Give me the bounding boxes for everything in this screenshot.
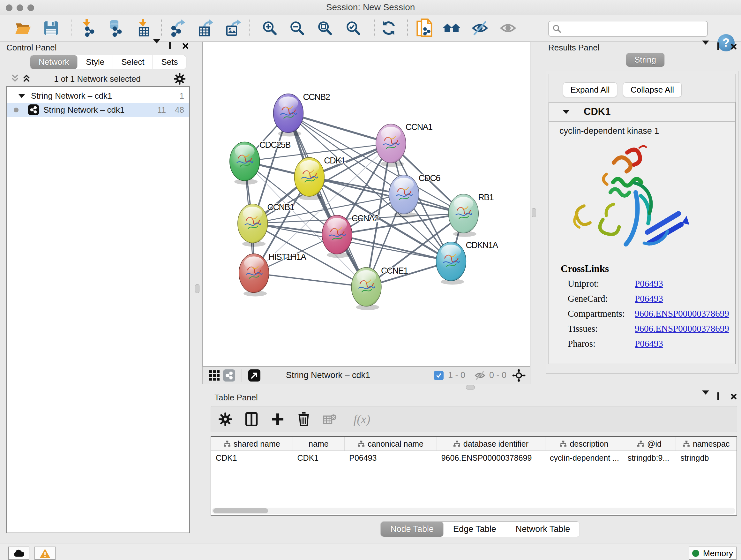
show-columns-button[interactable] bbox=[243, 411, 260, 428]
delete-column-button[interactable] bbox=[295, 411, 313, 428]
import-table-button[interactable] bbox=[134, 17, 153, 39]
tab-sets[interactable]: Sets bbox=[153, 55, 186, 69]
import-network-database-button[interactable] bbox=[106, 17, 125, 39]
network-graph[interactable]: CCNB2CCNA1CDC25BCDK1CDC6RB1CCNB1CCNA2CDK… bbox=[203, 42, 530, 366]
network-edge-CCNB2-CCNA1[interactable] bbox=[288, 113, 391, 144]
control-panel-close-button[interactable] bbox=[180, 42, 191, 51]
open-session-button[interactable] bbox=[13, 17, 32, 39]
grid-icon bbox=[209, 370, 220, 381]
network-node-CCNB1[interactable] bbox=[238, 204, 268, 247]
column-header-id[interactable]: @id bbox=[623, 437, 676, 450]
zoom-selected-button[interactable] bbox=[344, 17, 363, 39]
import-network-file-button[interactable] bbox=[79, 17, 98, 39]
gene-entry-header[interactable]: CDK1 bbox=[549, 103, 735, 122]
right-splitter-handle[interactable] bbox=[532, 208, 536, 217]
tab-network-table[interactable]: Network Table bbox=[506, 522, 580, 537]
table-panel-close-button[interactable] bbox=[728, 392, 739, 401]
memory-button[interactable]: Memory bbox=[689, 547, 737, 560]
tab-network[interactable]: Network bbox=[30, 55, 77, 69]
network-collection-row[interactable]: String Network – cdk1 1 bbox=[7, 89, 189, 103]
network-options-gear-button[interactable] bbox=[174, 73, 186, 86]
export-network-button[interactable] bbox=[169, 17, 188, 39]
fit-content-button[interactable] bbox=[315, 17, 334, 39]
add-column-button[interactable] bbox=[269, 411, 286, 428]
export-table-icon bbox=[197, 19, 214, 37]
results-panel-close-button[interactable] bbox=[728, 42, 739, 51]
export-image-icon bbox=[224, 19, 242, 37]
expand-all-networks-button[interactable] bbox=[22, 74, 30, 84]
network-node-CDKN1A[interactable] bbox=[436, 242, 466, 285]
network-row[interactable]: String Network – cdk1 11 48 bbox=[7, 103, 189, 117]
collection-expand-triangle[interactable] bbox=[18, 94, 25, 98]
tab-style[interactable]: Style bbox=[77, 55, 113, 69]
network-node-HIST1H1A[interactable] bbox=[239, 254, 269, 297]
network-node-label-CDKN1A: CDKN1A bbox=[466, 240, 498, 250]
tab-node-table[interactable]: Node Table bbox=[381, 522, 444, 537]
column-header-name[interactable]: name bbox=[293, 437, 345, 450]
function-builder-button-disabled: f(x) bbox=[347, 411, 376, 428]
expand-all-button[interactable]: Expand All bbox=[563, 82, 617, 97]
column-header-shared-name[interactable]: shared name bbox=[211, 437, 293, 450]
hidden-eye-slash-icon[interactable] bbox=[475, 370, 485, 381]
left-splitter-handle[interactable] bbox=[195, 284, 199, 293]
collapse-all-networks-button[interactable] bbox=[11, 74, 19, 84]
network-node-label-RB1: RB1 bbox=[478, 192, 493, 202]
network-style-button[interactable] bbox=[222, 368, 237, 383]
tab-edge-table[interactable]: Edge Table bbox=[444, 522, 506, 537]
tissues-link[interactable]: 9606.ENSP00000378699 bbox=[635, 323, 735, 334]
horizontal-splitter-handle[interactable] bbox=[466, 385, 475, 389]
table-panel-collapse-button[interactable] bbox=[702, 395, 709, 400]
network-current-dot bbox=[14, 108, 18, 112]
genecard-link[interactable]: P06493 bbox=[635, 294, 735, 304]
control-panel-float-button[interactable] bbox=[169, 43, 171, 49]
export-image-button[interactable] bbox=[224, 17, 243, 39]
control-panel-collapse-button[interactable] bbox=[153, 44, 160, 49]
network-node-CCNE1[interactable] bbox=[351, 267, 381, 310]
table-settings-gear-button[interactable] bbox=[217, 411, 234, 428]
results-panel-body: Expand All Collapse All CDK1 cyclin-depe… bbox=[546, 71, 738, 374]
collapse-all-button[interactable]: Collapse All bbox=[623, 82, 682, 97]
table-row[interactable]: CDK1 CDK1 P06493 9606.ENSP00000378699 cy… bbox=[211, 451, 737, 465]
pharos-link[interactable]: P06493 bbox=[635, 338, 735, 349]
compartments-link[interactable]: 9606.ENSP00000378699 bbox=[635, 308, 735, 319]
zoom-in-icon bbox=[261, 20, 278, 37]
tab-string[interactable]: String bbox=[626, 53, 665, 67]
scrollbar-thumb[interactable] bbox=[213, 508, 268, 513]
network-node-RB1[interactable] bbox=[448, 194, 478, 237]
fit-content-icon bbox=[317, 20, 333, 37]
results-panel-float-button[interactable] bbox=[718, 44, 719, 49]
entry-collapse-triangle[interactable] bbox=[562, 110, 569, 114]
cytoscape-home-button[interactable] bbox=[442, 17, 461, 39]
selected-checkbox-icon[interactable] bbox=[434, 371, 444, 380]
export-table-button[interactable] bbox=[196, 17, 215, 39]
zoom-in-button[interactable] bbox=[260, 17, 279, 39]
search-input[interactable] bbox=[565, 24, 707, 34]
network-edge-CCNA2-CDKN1A[interactable] bbox=[337, 235, 451, 261]
clone-network-button[interactable] bbox=[415, 17, 434, 39]
hide-selected-button[interactable] bbox=[470, 17, 489, 39]
cloud-icon bbox=[13, 549, 24, 557]
grid-view-button[interactable] bbox=[207, 368, 222, 383]
cloud-status-button[interactable] bbox=[8, 547, 29, 560]
column-type-icon bbox=[224, 441, 231, 447]
network-edge-HIST1H1A-CCNE1[interactable] bbox=[254, 273, 366, 287]
show-all-button[interactable] bbox=[498, 17, 518, 39]
uniprot-link[interactable]: P06493 bbox=[635, 278, 735, 289]
birds-eye-crosshair-button[interactable] bbox=[512, 369, 526, 382]
tab-select[interactable]: Select bbox=[113, 55, 153, 69]
column-header-namespace[interactable]: namespac bbox=[676, 437, 737, 450]
update-network-button[interactable] bbox=[379, 17, 398, 39]
save-session-button[interactable] bbox=[42, 17, 61, 39]
detach-view-button[interactable] bbox=[247, 368, 262, 383]
table-panel-float-button[interactable] bbox=[718, 393, 719, 399]
column-header-description[interactable]: description bbox=[545, 437, 623, 450]
network-node-CCNB2[interactable] bbox=[273, 94, 304, 137]
warnings-button[interactable] bbox=[35, 547, 56, 560]
network-node-CDC25B[interactable] bbox=[230, 142, 260, 185]
network-node-CDC6[interactable] bbox=[389, 175, 419, 218]
network-canvas[interactable]: CCNB2CCNA1CDC25BCDK1CDC6RB1CCNB1CCNA2CDK… bbox=[202, 42, 530, 367]
column-header-database-identifier[interactable]: database identifier bbox=[437, 437, 545, 450]
zoom-out-button[interactable] bbox=[287, 17, 307, 39]
results-panel-collapse-button[interactable] bbox=[702, 45, 709, 51]
column-header-canonical-name[interactable]: canonical name bbox=[345, 437, 436, 450]
